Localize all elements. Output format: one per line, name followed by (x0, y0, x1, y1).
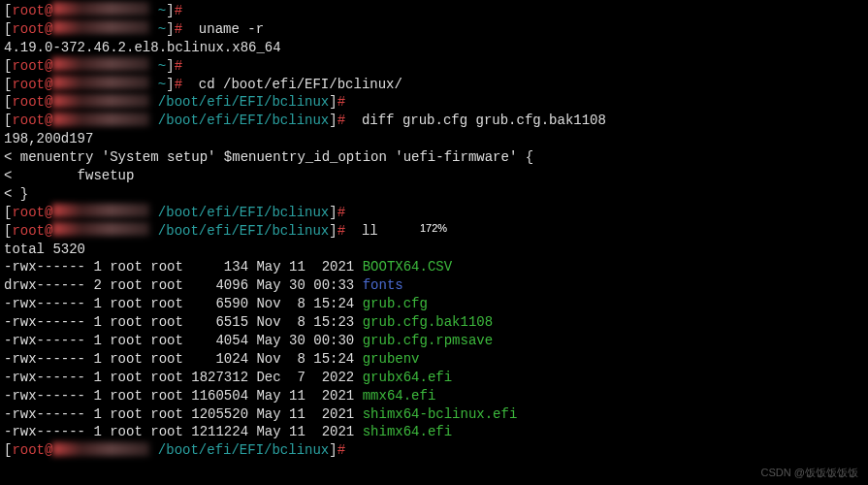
prompt-line: [root@ ~]# (4, 57, 864, 76)
ls-row: -rwx------ 1 root root 6590 Nov 8 15:24 … (4, 295, 864, 313)
diff-line: < menuentry 'System setup' $menuentry_id… (4, 148, 864, 167)
prompt-line: [root@ /boot/efi/EFI/bclinux]# diff grub… (4, 112, 864, 130)
diff-line: < fwsetup (4, 167, 864, 185)
prompt-line: [root@ /boot/efi/EFI/bclinux]# (4, 204, 864, 222)
ls-row: -rwx------ 1 root root 1160504 May 11 20… (4, 387, 864, 405)
ls-row: -rwx------ 1 root root 1211224 May 11 20… (4, 423, 864, 441)
zoom-indicator: 172% (420, 221, 447, 236)
ls-row: drwx------ 2 root root 4096 May 30 00:33… (4, 276, 864, 295)
ls-row: -rwx------ 1 root root 134 May 11 2021 B… (4, 258, 864, 276)
ls-total: total 5320 (4, 241, 864, 259)
ls-row: -rwx------ 1 root root 1024 Nov 8 15:24 … (4, 350, 864, 369)
uname-output: 4.19.0-372.46.2.el8.bclinux.x86_64 (4, 39, 864, 57)
prompt-line: [root@ ~]# cd /boot/efi/EFI/bclinux/ (4, 76, 864, 94)
diff-header: 198,200d197 (4, 130, 864, 148)
ls-row: -rwx------ 1 root root 6515 Nov 8 15:23 … (4, 313, 864, 332)
ls-row: -rwx------ 1 root root 1205520 May 11 20… (4, 405, 864, 424)
watermark: CSDN @饭饭饭饭饭 (761, 466, 858, 480)
prompt-line: [root@ ~]# (4, 2, 864, 20)
prompt-line: [root@ /boot/efi/EFI/bclinux]# (4, 93, 864, 112)
prompt-line: [root@ /boot/efi/EFI/bclinux]# (4, 441, 864, 460)
ls-row: -rwx------ 1 root root 1827312 Dec 7 202… (4, 369, 864, 387)
diff-line: < } (4, 185, 864, 204)
ls-row: -rwx------ 1 root root 4054 May 30 00:30… (4, 332, 864, 350)
prompt-line: [root@ ~]# uname -r (4, 20, 864, 39)
